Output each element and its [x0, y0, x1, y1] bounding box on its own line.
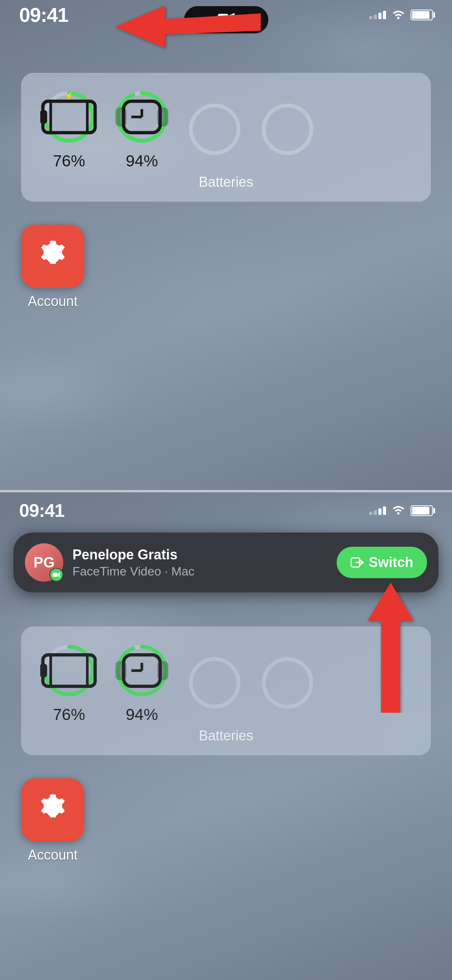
battery-item-phone-2: 76% — [40, 642, 98, 724]
circle-ring-watch-2 — [113, 642, 171, 699]
svg-rect-32 — [117, 663, 125, 679]
svg-marker-19 — [58, 572, 60, 577]
panel-1: 09:41 — [0, 0, 452, 490]
circle-ring-empty1-1 — [186, 100, 243, 158]
circle-ring-watch-1 — [113, 88, 171, 146]
svg-point-16 — [191, 105, 238, 153]
signal-bar — [369, 16, 372, 19]
svg-rect-33 — [159, 663, 166, 679]
panel-2: 09:41 PG — [0, 492, 452, 980]
circle-ring-phone-2 — [40, 642, 98, 699]
switch-label: Switch — [369, 554, 413, 571]
gear-icon-1 — [36, 239, 70, 274]
circle-ring-phone-1: ⚡ — [40, 88, 98, 146]
battery-item-empty1-1 — [186, 100, 243, 158]
status-right-1 — [369, 8, 433, 22]
battery-item-watch-2: 94% — [113, 642, 171, 724]
switch-button[interactable]: Switch — [337, 547, 427, 578]
signal-bar — [383, 506, 386, 515]
battery-icon-2 — [411, 505, 433, 516]
app-item-account-1[interactable]: Account — [21, 225, 84, 309]
batteries-label-1: Batteries — [40, 174, 412, 190]
watch-percent-2: 94% — [126, 705, 158, 724]
svg-marker-2 — [115, 6, 261, 48]
svg-point-36 — [191, 659, 238, 707]
signal-bar — [378, 508, 381, 515]
notif-avatar: PG — [25, 543, 63, 582]
signal-bars-2 — [369, 506, 386, 515]
battery-item-watch-1: 94% — [113, 88, 171, 170]
battery-item-phone-1: ⚡ 76% — [40, 88, 98, 170]
phone-icon-2 — [40, 642, 98, 699]
batteries-label-2: Batteries — [40, 728, 412, 744]
svg-rect-8 — [41, 112, 45, 122]
signal-bar — [374, 510, 377, 515]
avatar-initials: PG — [34, 554, 55, 571]
notif-name: Penelope Gratis — [72, 546, 327, 563]
status-time-1: 09:41 — [19, 3, 68, 26]
battery-fill-2 — [412, 507, 429, 515]
watch-icon-2 — [113, 642, 171, 699]
phone-percent-2: 76% — [53, 705, 85, 724]
facetime-badge — [49, 568, 63, 582]
red-arrow-1 — [115, 2, 261, 52]
status-right-2 — [369, 504, 433, 517]
app-row-1: Account — [0, 202, 452, 309]
battery-circles-1: ⚡ 76% — [40, 88, 412, 170]
notif-text: Penelope Gratis FaceTime Video · Mac — [72, 546, 327, 579]
app-label-account-2: Account — [28, 847, 77, 863]
signal-bar — [369, 512, 372, 515]
circle-ring-empty2-2 — [259, 654, 316, 712]
phone-icon-1: ⚡ — [40, 88, 98, 146]
switch-icon — [350, 556, 364, 569]
svg-point-37 — [264, 659, 311, 707]
app-row-2: Account — [0, 755, 452, 863]
signal-bar — [378, 13, 381, 19]
signal-bars-1 — [369, 11, 386, 19]
watch-icon-1 — [113, 88, 171, 146]
app-label-account-1: Account — [28, 293, 77, 309]
battery-item-empty1-2 — [186, 654, 243, 712]
app-icon-account-2[interactable] — [21, 778, 84, 842]
circle-ring-empty1-2 — [186, 654, 243, 712]
svg-rect-12 — [117, 109, 125, 125]
wifi-icon-2 — [391, 504, 405, 517]
battery-item-empty2-2 — [259, 654, 316, 712]
svg-rect-18 — [53, 573, 57, 577]
gear-icon-2 — [36, 793, 70, 827]
notif-subtitle: FaceTime Video · Mac — [72, 564, 327, 579]
app-icon-account-1[interactable] — [21, 225, 84, 288]
svg-point-17 — [264, 105, 311, 153]
wifi-icon-1 — [391, 8, 405, 22]
app-item-account-2[interactable]: Account — [21, 778, 84, 863]
battery-item-empty2-1 — [259, 100, 316, 158]
watch-percent-1: 94% — [126, 152, 158, 170]
battery-fill-1 — [412, 11, 429, 19]
signal-bar — [383, 11, 386, 19]
svg-rect-28 — [41, 665, 45, 676]
battery-icon-1 — [411, 10, 433, 20]
svg-marker-22 — [368, 582, 414, 713]
phone-percent-1: 76% — [53, 152, 85, 170]
batteries-widget-1: ⚡ 76% — [21, 73, 431, 202]
red-arrow-2 — [352, 582, 429, 713]
status-bar-2: 09:41 — [0, 492, 452, 515]
status-time-2: 09:41 — [19, 500, 64, 521]
circle-ring-empty2-1 — [259, 100, 316, 158]
signal-bar — [374, 15, 377, 19]
svg-rect-13 — [159, 109, 166, 125]
